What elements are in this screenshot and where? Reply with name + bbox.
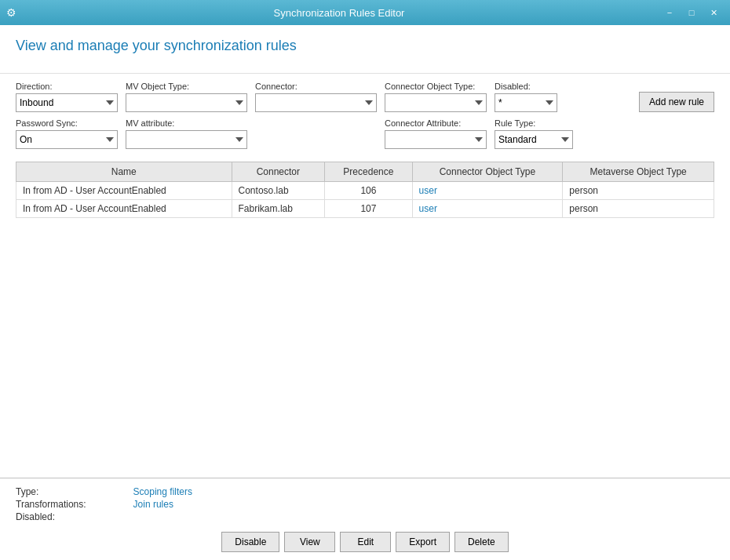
transformations-label: Transformations: <box>16 499 86 510</box>
conn-object-type-group: Connector Object Type: <box>385 82 487 112</box>
cell-precedence: 106 <box>325 182 412 200</box>
mv-attribute-group: MV attribute: <box>126 118 247 149</box>
add-rule-group: Add new rule <box>639 92 714 112</box>
table-row[interactable]: In from AD - User AccountEnabled Contoso… <box>16 182 714 200</box>
table-header-row: Name Connector Precedence Connector Obje… <box>16 162 714 182</box>
page-title: View and manage your synchronization rul… <box>16 38 714 54</box>
type-label: Type: <box>16 486 86 497</box>
bottom-left-info: Type: Transformations: Disabled: <box>16 486 86 522</box>
mv-object-type-select[interactable] <box>126 93 247 112</box>
conn-attribute-select[interactable] <box>385 130 487 149</box>
header-section: View and manage your synchronization rul… <box>0 25 730 74</box>
direction-group: Direction: Inbound Outbound <box>16 82 118 112</box>
mv-attribute-select[interactable] <box>126 130 247 149</box>
connector-select[interactable] <box>255 93 377 112</box>
close-button[interactable]: ✕ <box>703 5 724 20</box>
filter-row-1: Direction: Inbound Outbound MV Object Ty… <box>16 82 714 112</box>
view-button[interactable]: View <box>284 532 335 552</box>
disabled-group: Disabled: * Yes No <box>495 82 557 112</box>
add-new-rule-button[interactable]: Add new rule <box>639 92 714 112</box>
disabled-select[interactable]: * Yes No <box>495 93 557 112</box>
app-icon: ⚙ <box>6 6 19 19</box>
col-connector: Connector <box>232 162 325 182</box>
col-conn-object-type: Connector Object Type <box>412 162 563 182</box>
password-sync-group: Password Sync: On Off <box>16 118 118 149</box>
bottom-section: Type: Transformations: Disabled: Scoping… <box>0 478 730 560</box>
password-sync-select[interactable]: On Off <box>16 130 118 149</box>
delete-button[interactable]: Delete <box>454 532 509 552</box>
bottom-info: Type: Transformations: Disabled: Scoping… <box>16 486 714 522</box>
filter-row-2: Password Sync: On Off MV attribute: Conn… <box>16 118 714 149</box>
rules-table: Name Connector Precedence Connector Obje… <box>16 162 714 218</box>
filter-section: Direction: Inbound Outbound MV Object Ty… <box>0 74 730 155</box>
disabled-label: Disabled: <box>495 82 557 91</box>
connector-group: Connector: <box>255 82 377 112</box>
bottom-actions: Disable View Edit Export Delete <box>16 532 714 552</box>
join-rules-link[interactable]: Join rules <box>133 499 192 510</box>
direction-label: Direction: <box>16 82 118 91</box>
mv-object-type-label: MV Object Type: <box>126 82 247 91</box>
cell-connector: Contoso.lab <box>232 182 325 200</box>
cell-connector: Fabrikam.lab <box>232 200 325 218</box>
conn-attribute-label: Connector Attribute: <box>385 118 487 128</box>
conn-attribute-group: Connector Attribute: <box>385 118 487 149</box>
table-row[interactable]: In from AD - User AccountEnabled Fabrika… <box>16 200 714 218</box>
connector-label: Connector: <box>255 82 377 91</box>
window-controls: − □ ✕ <box>659 5 724 20</box>
cell-mv-object-type: person <box>563 200 714 218</box>
direction-select[interactable]: Inbound Outbound <box>16 93 118 112</box>
cell-name: In from AD - User AccountEnabled <box>16 200 232 218</box>
edit-button[interactable]: Edit <box>340 532 391 552</box>
maximize-button[interactable]: □ <box>681 5 702 20</box>
conn-object-type-select[interactable] <box>385 93 487 112</box>
conn-object-type-label: Connector Object Type: <box>385 82 487 91</box>
cell-conn-object-type: user <box>412 200 563 218</box>
scoping-filters-link[interactable]: Scoping filters <box>133 486 192 497</box>
rule-type-label: Rule Type: <box>495 118 573 128</box>
rule-type-select[interactable]: Standard Custom <box>495 130 573 149</box>
window-title: Synchronization Rules Editor <box>19 7 659 19</box>
cell-conn-object-type: user <box>412 182 563 200</box>
cell-mv-object-type: person <box>563 182 714 200</box>
col-mv-object-type: Metaverse Object Type <box>563 162 714 182</box>
window-content: View and manage your synchronization rul… <box>0 25 730 560</box>
cell-name: In from AD - User AccountEnabled <box>16 182 232 200</box>
col-precedence: Precedence <box>325 162 412 182</box>
export-button[interactable]: Export <box>396 532 450 552</box>
mv-object-type-group: MV Object Type: <box>126 82 247 112</box>
col-name: Name <box>16 162 232 182</box>
password-sync-label: Password Sync: <box>16 118 118 128</box>
minimize-button[interactable]: − <box>659 5 680 20</box>
title-bar: ⚙ Synchronization Rules Editor − □ ✕ <box>0 0 730 25</box>
cell-precedence: 107 <box>325 200 412 218</box>
mv-attribute-label: MV attribute: <box>126 118 247 128</box>
rule-type-group: Rule Type: Standard Custom <box>495 118 573 149</box>
bottom-right-info: Scoping filters Join rules <box>133 486 192 522</box>
disable-button[interactable]: Disable <box>221 532 279 552</box>
disabled-info-label: Disabled: <box>16 511 86 522</box>
table-section: Name Connector Precedence Connector Obje… <box>0 155 730 478</box>
